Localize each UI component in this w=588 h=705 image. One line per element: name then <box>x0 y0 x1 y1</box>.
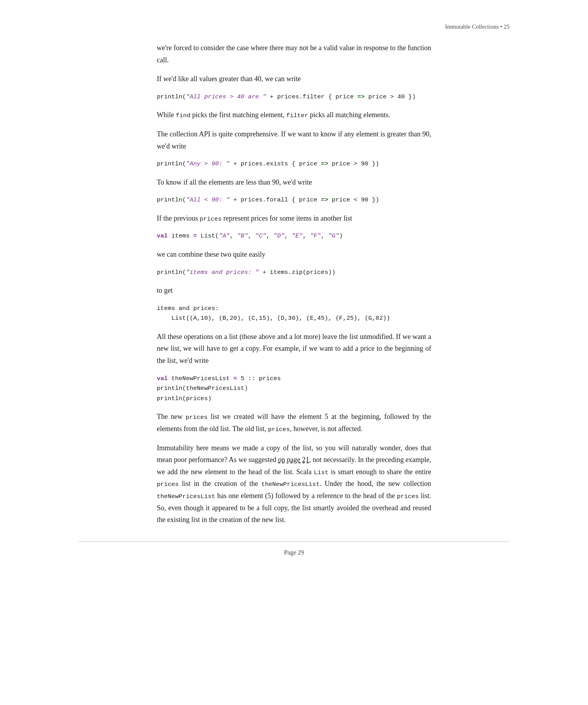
para-2-text: If we'd like all values greater than 40,… <box>157 75 301 83</box>
list-ref: List <box>314 469 328 476</box>
para-11-mid4: . Under the hood, the new collection <box>319 480 431 488</box>
code-6-output: items and prices: List((A,10), (B,20), (… <box>157 305 390 322</box>
paragraph-5: To know if all the elements are less tha… <box>157 176 431 188</box>
filter-keyword: filter <box>286 112 308 119</box>
main-content: we're forced to consider the case where … <box>78 42 510 526</box>
code-1-println: println("All prices > 40 are " + prices.… <box>157 93 416 100</box>
para-3-mid: picks the first matching element, <box>191 111 286 119</box>
paragraph-3: While find picks the first matching elem… <box>157 109 431 121</box>
prices-ref-2: prices <box>186 414 208 421</box>
para-3-pre: While <box>157 111 176 119</box>
code-block-6: items and prices: List((A,10), (B,20), (… <box>157 304 431 324</box>
para-10-end2: , however, is not affected. <box>290 425 362 433</box>
para-11-mid3: list in the creation of the <box>179 480 261 488</box>
code-block-5: println("items and prices: " + items.zip… <box>157 268 431 278</box>
prices-ref-4: prices <box>157 481 179 488</box>
paragraph-9: All these operations on a list (those ab… <box>157 331 431 367</box>
prices-ref-3: prices <box>268 426 290 433</box>
paragraph-1: we're forced to consider the case where … <box>157 42 431 66</box>
para-6-end: represent prices for some items in anoth… <box>221 214 352 222</box>
para-4-text: The collection API is quite comprehensiv… <box>157 130 431 150</box>
theNewPricesList-ref-2: theNewPricesList <box>157 493 215 500</box>
para-5-text: To know if all the elements are less tha… <box>157 178 312 186</box>
code-block-4: val items = List("A", "B", "C", "D", "E"… <box>157 231 431 241</box>
page-footer: Page 29 <box>0 549 588 556</box>
para-7-text: we can combine these two quite easily <box>157 250 265 258</box>
code-4-val: val items = List("A", "B", "C", "D", "E"… <box>157 232 343 239</box>
code-block-2: println("Any > 90: " + prices.exists { p… <box>157 159 431 169</box>
code-block-1: println("All prices > 40 are " + prices.… <box>157 92 431 102</box>
para-11-mid5: has one element (5) followed by a refere… <box>215 492 397 500</box>
paragraph-10: The new prices list we created will have… <box>157 411 431 435</box>
para-3-end: picks all matching elements. <box>308 111 390 119</box>
page-number: Page 29 <box>284 549 304 556</box>
header-text: Immutable Collections • 25 <box>445 24 510 30</box>
para-6-pre: If the previous <box>157 214 200 222</box>
code-block-3: println("All < 90: " + prices.forall { p… <box>157 195 431 205</box>
paragraph-8: to get <box>157 285 431 297</box>
paragraph-7: we can combine these two quite easily <box>157 248 431 261</box>
code-2-println: println("Any > 90: " + prices.exists { p… <box>157 160 379 167</box>
code-3-println: println("All < 90: " + prices.forall { p… <box>157 196 379 203</box>
para-10-pre: The new <box>157 413 186 420</box>
code-block-7: val theNewPricesList = 5 :: prices print… <box>157 374 431 404</box>
code-7-val: val theNewPricesList = 5 :: prices print… <box>157 375 281 402</box>
paragraph-2: If we'd like all values greater than 40,… <box>157 73 431 85</box>
prices-ref-1: prices <box>200 216 221 223</box>
page-container: Immutable Collections • 25 we're forced … <box>0 0 588 705</box>
para-1-text: we're forced to consider the case where … <box>157 44 431 64</box>
para-11-mid2: is smart enough to share the entire <box>328 468 431 476</box>
prices-ref-5: prices <box>397 493 419 500</box>
para-8-text: to get <box>157 286 173 294</box>
find-keyword: find <box>176 112 190 119</box>
para-9-text: All these operations on a list (those ab… <box>157 333 431 364</box>
paragraph-6: If the previous prices represent prices … <box>157 212 431 225</box>
paragraph-4: The collection API is quite comprehensiv… <box>157 128 431 152</box>
footer-divider <box>78 542 510 542</box>
theNewPricesList-ref-1: theNewPricesList <box>261 481 320 488</box>
paragraph-11: Immutability here means we made a copy o… <box>157 442 431 526</box>
page-header: Immutable Collections • 25 <box>0 24 588 42</box>
code-5-println: println("items and prices: " + items.zip… <box>157 269 336 276</box>
page-21-link[interactable]: on page 21 <box>278 456 309 464</box>
